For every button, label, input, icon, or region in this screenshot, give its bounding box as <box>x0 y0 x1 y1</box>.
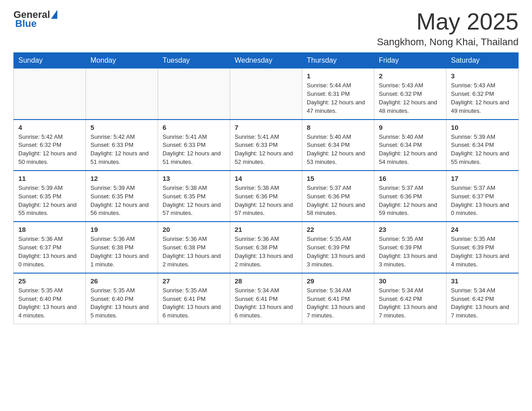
day-cell: 30Sunrise: 5:34 AMSunset: 6:42 PMDayligh… <box>374 273 446 324</box>
day-info: Sunrise: 5:38 AMSunset: 6:35 PMDaylight:… <box>163 184 225 218</box>
day-cell: 10Sunrise: 5:39 AMSunset: 6:34 PMDayligh… <box>446 120 519 171</box>
page-header: General Blue May 2025 Sangkhom, Nong Kha… <box>13 9 519 48</box>
day-info: Sunrise: 5:44 AMSunset: 6:31 PMDaylight:… <box>307 81 369 115</box>
day-cell: 12Sunrise: 5:39 AMSunset: 6:35 PMDayligh… <box>86 171 158 222</box>
day-number: 16 <box>379 175 442 182</box>
day-cell: 11Sunrise: 5:39 AMSunset: 6:35 PMDayligh… <box>14 171 86 222</box>
day-info: Sunrise: 5:43 AMSunset: 6:32 PMDaylight:… <box>451 81 514 115</box>
day-number: 5 <box>90 124 153 131</box>
day-number: 19 <box>90 226 153 233</box>
day-number: 18 <box>18 226 81 233</box>
day-number: 24 <box>451 226 514 233</box>
day-info: Sunrise: 5:34 AMSunset: 6:41 PMDaylight:… <box>235 287 297 320</box>
day-number: 4 <box>18 124 81 131</box>
day-cell: 13Sunrise: 5:38 AMSunset: 6:35 PMDayligh… <box>158 171 230 222</box>
day-cell: 29Sunrise: 5:34 AMSunset: 6:41 PMDayligh… <box>302 273 374 324</box>
weekday-header-monday: Monday <box>86 53 158 68</box>
day-number: 29 <box>307 277 369 285</box>
week-row-1: 1Sunrise: 5:44 AMSunset: 6:31 PMDaylight… <box>14 68 519 120</box>
day-info: Sunrise: 5:34 AMSunset: 6:42 PMDaylight:… <box>451 287 514 320</box>
day-info: Sunrise: 5:35 AMSunset: 6:41 PMDaylight:… <box>163 287 225 320</box>
day-number: 3 <box>451 72 514 80</box>
day-cell: 31Sunrise: 5:34 AMSunset: 6:42 PMDayligh… <box>446 273 519 324</box>
day-cell: 7Sunrise: 5:41 AMSunset: 6:33 PMDaylight… <box>230 120 302 171</box>
day-number: 22 <box>307 226 369 233</box>
weekday-header-sunday: Sunday <box>14 53 86 68</box>
day-info: Sunrise: 5:35 AMSunset: 6:39 PMDaylight:… <box>307 235 369 269</box>
day-number: 14 <box>235 175 297 182</box>
day-info: Sunrise: 5:36 AMSunset: 6:38 PMDaylight:… <box>163 235 225 269</box>
day-cell: 4Sunrise: 5:42 AMSunset: 6:32 PMDaylight… <box>14 120 86 171</box>
day-cell: 19Sunrise: 5:36 AMSunset: 6:38 PMDayligh… <box>86 222 158 273</box>
day-cell: 6Sunrise: 5:41 AMSunset: 6:33 PMDaylight… <box>158 120 230 171</box>
week-row-5: 25Sunrise: 5:35 AMSunset: 6:40 PMDayligh… <box>14 273 519 324</box>
day-cell: 18Sunrise: 5:36 AMSunset: 6:37 PMDayligh… <box>14 222 86 273</box>
day-number: 30 <box>379 277 442 285</box>
day-number: 27 <box>163 277 225 285</box>
day-cell: 14Sunrise: 5:38 AMSunset: 6:36 PMDayligh… <box>230 171 302 222</box>
day-info: Sunrise: 5:34 AMSunset: 6:41 PMDaylight:… <box>307 287 369 320</box>
day-info: Sunrise: 5:35 AMSunset: 6:39 PMDaylight:… <box>379 235 442 269</box>
day-number: 7 <box>235 124 297 131</box>
weekday-header-friday: Friday <box>374 53 446 68</box>
day-number: 10 <box>451 124 514 131</box>
title-block: May 2025 Sangkhom, Nong Khai, Thailand <box>377 9 519 48</box>
day-number: 31 <box>451 277 514 285</box>
day-cell: 26Sunrise: 5:35 AMSunset: 6:40 PMDayligh… <box>86 273 158 324</box>
day-info: Sunrise: 5:40 AMSunset: 6:34 PMDaylight:… <box>379 133 442 167</box>
day-info: Sunrise: 5:34 AMSunset: 6:42 PMDaylight:… <box>379 287 442 320</box>
day-number: 6 <box>163 124 225 131</box>
logo-text-blue: Blue <box>15 18 37 30</box>
day-number: 15 <box>307 175 369 182</box>
day-number: 17 <box>451 175 514 182</box>
day-number: 9 <box>379 124 442 131</box>
day-cell <box>86 68 158 120</box>
day-info: Sunrise: 5:41 AMSunset: 6:33 PMDaylight:… <box>163 133 225 167</box>
week-row-2: 4Sunrise: 5:42 AMSunset: 6:32 PMDaylight… <box>14 120 519 171</box>
day-cell: 17Sunrise: 5:37 AMSunset: 6:37 PMDayligh… <box>446 171 519 222</box>
day-info: Sunrise: 5:35 AMSunset: 6:39 PMDaylight:… <box>451 235 514 269</box>
day-info: Sunrise: 5:39 AMSunset: 6:35 PMDaylight:… <box>18 184 81 218</box>
day-info: Sunrise: 5:35 AMSunset: 6:40 PMDaylight:… <box>90 287 153 320</box>
day-number: 25 <box>18 277 81 285</box>
day-cell: 15Sunrise: 5:37 AMSunset: 6:36 PMDayligh… <box>302 171 374 222</box>
day-info: Sunrise: 5:36 AMSunset: 6:38 PMDaylight:… <box>235 235 297 269</box>
day-cell: 22Sunrise: 5:35 AMSunset: 6:39 PMDayligh… <box>302 222 374 273</box>
day-info: Sunrise: 5:43 AMSunset: 6:32 PMDaylight:… <box>379 81 442 115</box>
day-number: 21 <box>235 226 297 233</box>
day-info: Sunrise: 5:37 AMSunset: 6:36 PMDaylight:… <box>379 184 442 218</box>
day-cell: 21Sunrise: 5:36 AMSunset: 6:38 PMDayligh… <box>230 222 302 273</box>
weekday-header-row: SundayMondayTuesdayWednesdayThursdayFrid… <box>14 53 519 68</box>
day-cell: 5Sunrise: 5:42 AMSunset: 6:33 PMDaylight… <box>86 120 158 171</box>
day-number: 12 <box>90 175 153 182</box>
day-cell: 9Sunrise: 5:40 AMSunset: 6:34 PMDaylight… <box>374 120 446 171</box>
day-cell: 3Sunrise: 5:43 AMSunset: 6:32 PMDaylight… <box>446 68 519 120</box>
day-info: Sunrise: 5:39 AMSunset: 6:34 PMDaylight:… <box>451 133 514 167</box>
day-number: 23 <box>379 226 442 233</box>
weekday-header-thursday: Thursday <box>302 53 374 68</box>
day-number: 8 <box>307 124 369 131</box>
day-cell: 28Sunrise: 5:34 AMSunset: 6:41 PMDayligh… <box>230 273 302 324</box>
day-number: 20 <box>163 226 225 233</box>
day-info: Sunrise: 5:37 AMSunset: 6:37 PMDaylight:… <box>451 184 514 218</box>
day-info: Sunrise: 5:42 AMSunset: 6:32 PMDaylight:… <box>18 133 81 167</box>
day-cell: 25Sunrise: 5:35 AMSunset: 6:40 PMDayligh… <box>14 273 86 324</box>
day-cell: 24Sunrise: 5:35 AMSunset: 6:39 PMDayligh… <box>446 222 519 273</box>
day-cell: 2Sunrise: 5:43 AMSunset: 6:32 PMDaylight… <box>374 68 446 120</box>
day-info: Sunrise: 5:36 AMSunset: 6:38 PMDaylight:… <box>90 235 153 269</box>
day-info: Sunrise: 5:36 AMSunset: 6:37 PMDaylight:… <box>18 235 81 269</box>
week-row-3: 11Sunrise: 5:39 AMSunset: 6:35 PMDayligh… <box>14 171 519 222</box>
day-info: Sunrise: 5:35 AMSunset: 6:40 PMDaylight:… <box>18 287 81 320</box>
day-cell: 23Sunrise: 5:35 AMSunset: 6:39 PMDayligh… <box>374 222 446 273</box>
day-info: Sunrise: 5:39 AMSunset: 6:35 PMDaylight:… <box>90 184 153 218</box>
weekday-header-wednesday: Wednesday <box>230 53 302 68</box>
month-title: May 2025 <box>377 9 519 34</box>
day-cell: 27Sunrise: 5:35 AMSunset: 6:41 PMDayligh… <box>158 273 230 324</box>
day-info: Sunrise: 5:41 AMSunset: 6:33 PMDaylight:… <box>235 133 297 167</box>
location-title: Sangkhom, Nong Khai, Thailand <box>377 36 519 48</box>
calendar-table: SundayMondayTuesdayWednesdayThursdayFrid… <box>13 52 519 324</box>
day-number: 26 <box>90 277 153 285</box>
logo[interactable]: General Blue <box>13 9 57 30</box>
day-number: 13 <box>163 175 225 182</box>
day-cell: 16Sunrise: 5:37 AMSunset: 6:36 PMDayligh… <box>374 171 446 222</box>
